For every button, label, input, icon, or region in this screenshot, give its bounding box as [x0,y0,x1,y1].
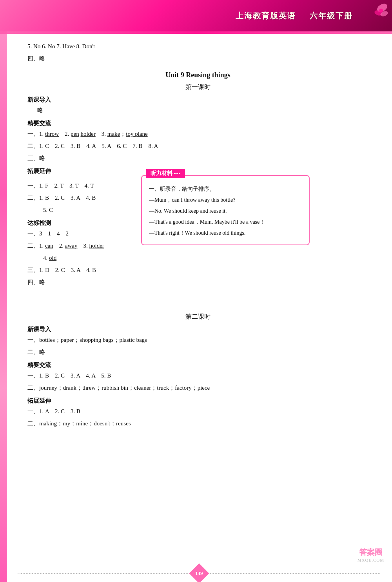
dabiao-2: 二、1. can 2. away 3. holder [27,241,145,251]
dabiao-4: 三、1. D 2. C 3. A 4. B [27,265,145,275]
l2-jing-1: 一、1. B 2. C 3. A 4. A 5. B [27,370,368,381]
watermark: 答案圈 MXQE.COM [358,547,384,562]
l2-jing-2: 二、journey；drank；threw；rubbish bin；cleane… [27,383,368,393]
header: 上海教育版英语 六年级下册 [0,0,392,31]
spacer [27,293,368,301]
l2-tuo-1: 一、1. A 2. C 3. B [27,406,368,417]
section-xinkdaoru: 新课导入 [27,96,368,104]
listening-box: 听力材料 一、听录音，给句子排序。 —Mum，can I throw away … [141,175,310,245]
listening-content: 一、听录音，给句子排序。 —Mum，can I throw away this … [149,184,302,239]
tuozhan-2: 二、1. B 2. C 3. A 4. B [27,193,145,203]
top-answers-line2: 四、略 [27,53,368,64]
listening-container: 一、1. F 2. T 3. T 4. T 二、1. B 2. C 3. A 4… [27,179,368,289]
footer: 149 [6,564,392,582]
jingyao-2: 二、1. C 2. C 3. B 4. A 5. A 6. C 7. B 8. … [27,141,368,151]
dabiao-5: 四、略 [27,277,145,288]
header-title-text: 上海教育版英语 [236,11,296,20]
listening-line-0: 一、听录音，给句子排序。 [149,184,302,195]
tuozhan-1: 一、1. F 2. T 3. T 4. T [27,181,145,191]
section2-xinkdaoru: 新课导入 [27,326,368,333]
section2-tuozhan: 拓展延伸 [27,397,368,405]
listening-tag: 听力材料 [146,169,185,178]
section-jingyao: 精要交流 [27,120,368,127]
xinkdaoru-answer: 略 [37,105,368,116]
jingyao-1: 一、1. throw 2. pen holder 3. make；toy pla… [27,129,368,139]
main-content: 5. No 6. No 7. Have 8. Don't 四、略 Unit 9 … [0,34,392,446]
top-answers-line1: 5. No 6. No 7. Have 8. Don't [27,41,368,52]
header-subtitle-text: 六年级下册 [310,11,353,20]
watermark-main: 答案圈 [358,547,384,558]
listening-line-1: —Mum，can I throw away this bottle? [149,195,302,206]
lesson1-title: 第一课时 [27,83,368,91]
page-number: 149 [195,570,203,577]
footer-dots-right [209,573,381,574]
page-number-diamond: 149 [189,563,209,582]
listening-line-3: —That's a good idea，Mum. Maybe it'll be … [149,217,302,228]
fairy-icon [361,2,388,29]
l2-tuo-2: 二、making；my；mine；doesn't；reuses [27,418,368,429]
lesson2-title: 第二课时 [27,313,368,321]
section2-jingyao: 精要交流 [27,361,368,369]
dabiao-1: 一、3 1 4 2 [27,228,145,239]
dabiao-3: 4. old [43,253,145,263]
header-title: 上海教育版英语 六年级下册 [236,11,353,21]
tuozhan-3: 5. C [43,205,145,215]
watermark-sub: MXQE.COM [358,558,384,562]
l2-xin-2: 二、略 [27,347,368,358]
section-dabiaojianche: 达标检测 [27,219,145,227]
footer-dots-left [18,573,190,574]
listening-line-2: —No. We should keep and reuse it. [149,206,302,217]
listening-line-4: —That's right！We should reuse old things… [149,228,302,239]
left-answers-block: 一、1. F 2. T 3. T 4. T 二、1. B 2. C 3. A 4… [27,179,145,289]
tag-dots [174,173,180,174]
svg-point-3 [379,9,383,13]
unit-title: Unit 9 Reusing things [27,71,368,79]
jingyao-3: 三、略 [27,153,368,164]
section-tuozhan: 拓展延伸 [27,168,368,175]
l2-xin-1: 一、bottles；paper；shopping bags；plastic ba… [27,335,368,345]
